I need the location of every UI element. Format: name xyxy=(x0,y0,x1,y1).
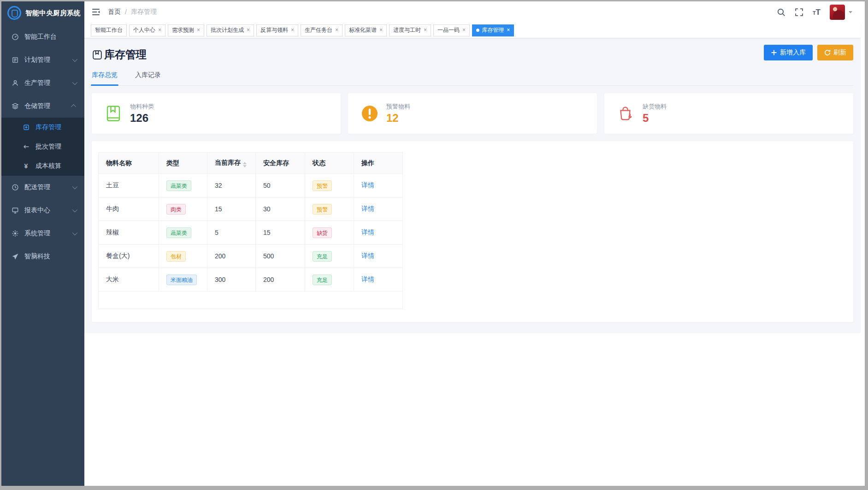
tag-库存管理[interactable]: 库存管理× xyxy=(472,24,514,36)
gear-icon xyxy=(11,230,19,238)
page-filler xyxy=(84,333,861,486)
close-icon[interactable]: × xyxy=(462,27,466,33)
breadcrumb: 首页 / 库存管理 xyxy=(108,8,157,16)
chevron-down-icon xyxy=(72,207,77,212)
sidebar-item-system[interactable]: 系统管理 xyxy=(1,222,84,245)
tag-智能工作台[interactable]: 智能工作台 xyxy=(91,24,127,36)
close-icon[interactable]: × xyxy=(196,27,200,33)
material-name-cell: 餐盒(大) xyxy=(99,245,159,268)
chevron-down-icon xyxy=(72,184,77,189)
status-tag: 充足 xyxy=(313,275,332,285)
table-body: 土豆蔬菜类3250预警详情牛肉肉类1530预警详情辣椒蔬菜类515缺货详情餐盒(… xyxy=(99,174,403,309)
tag-label: 个人中心 xyxy=(133,26,155,34)
table-row: 大米米面粮油300200充足详情 xyxy=(99,268,403,292)
sidebar-item-plan[interactable]: 计划管理 xyxy=(1,48,84,72)
breadcrumb-home[interactable]: 首页 xyxy=(108,8,121,16)
tag-个人中心[interactable]: 个人中心× xyxy=(129,24,165,36)
status-tag: 预警 xyxy=(313,204,332,215)
sidebar-item-report[interactable]: 报表中心 xyxy=(1,199,84,222)
inventory-tabs: 库存总览 入库记录 xyxy=(92,71,853,86)
chevron-down-icon xyxy=(72,230,77,235)
detail-link[interactable]: 详情 xyxy=(361,252,374,259)
refresh-button[interactable]: 刷新 xyxy=(817,45,853,60)
tag-批次计划生成[interactable]: 批次计划生成× xyxy=(207,24,254,36)
sidebar-item-delivery[interactable]: 配送管理 xyxy=(1,176,84,199)
sidebar-item-label: 智脑科技 xyxy=(24,252,50,261)
clock-icon xyxy=(11,184,19,191)
column-header: 安全库存 xyxy=(256,153,305,174)
type-tag: 蔬菜类 xyxy=(166,180,191,191)
close-icon[interactable]: × xyxy=(335,27,338,33)
detail-link[interactable]: 详情 xyxy=(361,275,374,283)
sidebar-item-inventory[interactable]: 库存管理 xyxy=(1,118,84,137)
sidebar-item-label: 报表中心 xyxy=(24,206,50,215)
sidebar-collapse-icon[interactable] xyxy=(91,7,100,17)
safe-stock-cell: 50 xyxy=(256,174,305,197)
close-icon[interactable]: × xyxy=(423,27,427,33)
table-header-row: 物料名称类型当前库存安全库存状态操作 xyxy=(99,153,403,174)
font-size-icon[interactable]: TT xyxy=(813,8,821,16)
close-icon[interactable]: × xyxy=(246,27,250,33)
app-title: 智能中央厨房系统 xyxy=(25,9,81,18)
tag-反算与领料[interactable]: 反算与领料× xyxy=(256,24,298,36)
detail-link[interactable]: 详情 xyxy=(361,205,374,212)
search-icon[interactable] xyxy=(777,8,785,17)
avatar[interactable] xyxy=(830,5,845,20)
main-area: 首页 / 库存管理 TT xyxy=(84,1,861,486)
layers-icon xyxy=(11,102,19,110)
column-header[interactable]: 当前库存 xyxy=(207,153,256,174)
type-tag: 蔬菜类 xyxy=(166,227,191,238)
bag-down-icon xyxy=(616,104,636,123)
current-stock-cell: 200 xyxy=(207,245,256,268)
sidebar-item-label: 智能工作台 xyxy=(24,33,57,41)
column-header: 操作 xyxy=(354,153,403,174)
stat-label: 物料种类 xyxy=(130,102,154,111)
fullscreen-icon[interactable] xyxy=(795,8,803,17)
sort-caret-icon[interactable] xyxy=(243,162,247,167)
tag-生产任务台[interactable]: 生产任务台× xyxy=(301,24,342,36)
sidebar-item-warehouse[interactable]: 仓储管理 xyxy=(1,95,84,118)
current-stock-cell: 5 xyxy=(207,221,256,245)
tag-label: 生产任务台 xyxy=(305,26,332,34)
add-inbound-button[interactable]: 新增入库 xyxy=(764,45,813,60)
detail-link[interactable]: 详情 xyxy=(361,228,374,236)
tag-需求预测[interactable]: 需求预测× xyxy=(168,24,204,36)
sidebar-item-cost[interactable]: ¥成本核算 xyxy=(1,156,84,176)
scrollbar-track[interactable] xyxy=(861,1,865,486)
type-tag: 肉类 xyxy=(166,204,186,215)
type-tag: 包材 xyxy=(166,251,186,262)
column-header: 物料名称 xyxy=(99,153,159,174)
close-icon[interactable]: × xyxy=(158,27,161,33)
close-icon[interactable]: × xyxy=(379,27,383,33)
stat-card-material-types: 物料种类 126 xyxy=(92,93,341,134)
tag-label: 批次计划生成 xyxy=(211,26,244,34)
close-icon[interactable]: × xyxy=(290,27,294,33)
tag-label: 库存管理 xyxy=(482,26,504,34)
chevron-down-icon xyxy=(72,80,77,85)
sidebar-item-workbench[interactable]: 智能工作台 xyxy=(1,25,84,48)
tab-inbound-records[interactable]: 入库记录 xyxy=(135,71,161,85)
sidebar-item-production[interactable]: 生产管理 xyxy=(1,72,84,95)
tag-一品一码[interactable]: 一品一码× xyxy=(433,24,470,36)
table-row: 土豆蔬菜类3250预警详情 xyxy=(99,174,403,197)
send-icon xyxy=(11,253,19,261)
type-tag: 米面粮油 xyxy=(166,275,197,285)
warning-icon xyxy=(360,104,379,123)
current-stock-cell: 15 xyxy=(207,197,256,221)
detail-link[interactable]: 详情 xyxy=(361,181,374,189)
chevron-down-icon xyxy=(849,11,852,13)
tag-label: 智能工作台 xyxy=(95,26,123,34)
tag-label: 一品一码 xyxy=(437,26,460,34)
tag-进度与工时[interactable]: 进度与工时× xyxy=(389,24,431,36)
material-name-cell: 辣椒 xyxy=(99,221,159,245)
table-row: 牛肉肉类1530预警详情 xyxy=(99,197,403,221)
user-menu[interactable] xyxy=(830,5,852,20)
sidebar-item-batch[interactable]: 批次管理 xyxy=(1,137,84,156)
sidebar-item-label: 配送管理 xyxy=(24,183,50,191)
page-header: 库存管理 新增入库 刷新 xyxy=(92,45,853,62)
close-icon[interactable]: × xyxy=(506,27,510,33)
tag-标准化菜谱[interactable]: 标准化菜谱× xyxy=(345,24,387,36)
tab-inventory-overview[interactable]: 库存总览 xyxy=(92,71,118,85)
book-icon xyxy=(104,104,123,123)
sidebar-item-tech[interactable]: 智脑科技 xyxy=(1,245,84,268)
